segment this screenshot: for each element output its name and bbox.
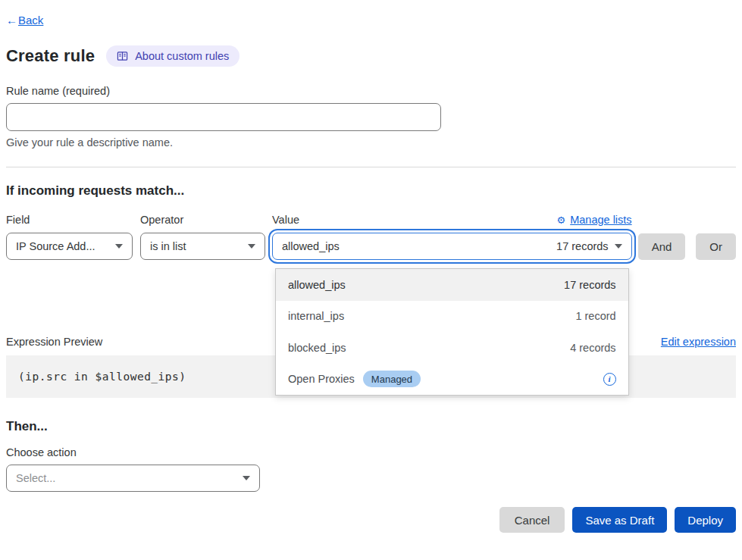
value-column: Value ⚙ Manage lists allowed_ips 17 reco…: [272, 214, 632, 260]
rule-name-helper: Give your rule a descriptive name.: [6, 136, 736, 149]
section-divider: [6, 167, 736, 167]
choose-action-label: Choose action: [6, 446, 736, 458]
and-button[interactable]: And: [638, 233, 686, 260]
back-arrow-icon: ←: [6, 14, 17, 27]
save-as-draft-button[interactable]: Save as Draft: [572, 507, 667, 533]
list-option-meta: 4 records: [570, 342, 615, 354]
list-option-name: internal_ips: [288, 310, 344, 322]
info-icon[interactable]: i: [603, 373, 616, 386]
list-dropdown-menu: allowed_ips 17 records internal_ips 1 re…: [275, 268, 629, 396]
edit-expression-link[interactable]: Edit expression: [661, 336, 736, 348]
list-option-allowed-ips[interactable]: allowed_ips 17 records: [276, 269, 628, 301]
chevron-down-icon: [615, 244, 622, 249]
chevron-down-icon: [115, 244, 123, 249]
field-label: Field: [6, 214, 133, 226]
gear-icon: ⚙: [557, 214, 566, 226]
edit-expression-label: Edit expression: [661, 336, 736, 348]
cancel-button[interactable]: Cancel: [499, 507, 565, 533]
title-row: Create rule About custom rules: [6, 45, 736, 67]
create-rule-page: ←Back Create rule About custom rules Rul…: [0, 0, 742, 533]
value-select-value: allowed_ips: [282, 240, 340, 252]
action-select[interactable]: Select...: [6, 465, 260, 492]
back-row: ←Back: [6, 14, 736, 27]
book-icon: [117, 51, 128, 61]
operator-label: Operator: [140, 214, 265, 226]
operator-column: Operator is in list: [140, 214, 265, 260]
chevron-down-icon: [243, 476, 250, 480]
or-button[interactable]: Or: [696, 233, 736, 260]
about-badge-label: About custom rules: [135, 50, 229, 62]
list-option-internal-ips[interactable]: internal_ips 1 record: [276, 301, 628, 333]
managed-badge: Managed: [363, 371, 421, 387]
field-select-value: IP Source Add...: [16, 240, 95, 252]
rule-name-input[interactable]: [6, 103, 441, 131]
footer-actions: Cancel Save as Draft Deploy: [6, 507, 736, 533]
field-select[interactable]: IP Source Add...: [6, 233, 133, 260]
chevron-down-icon: [248, 244, 255, 249]
list-option-meta: 17 records: [564, 279, 616, 291]
value-select-meta: 17 records: [556, 240, 609, 252]
list-option-meta: 1 record: [575, 310, 615, 322]
match-row: Field IP Source Add... Operator is in li…: [6, 214, 736, 260]
field-column: Field IP Source Add...: [6, 214, 133, 260]
value-label: Value: [272, 214, 299, 226]
list-option-open-proxies[interactable]: Open Proxies Managed i: [276, 364, 628, 396]
operator-select-value: is in list: [150, 240, 186, 252]
value-select[interactable]: allowed_ips 17 records: [272, 233, 632, 260]
match-heading: If incoming requests match...: [6, 183, 736, 199]
operator-select[interactable]: is in list: [140, 233, 265, 260]
expression-preview-label: Expression Preview: [6, 336, 102, 348]
connector-buttons: And Or: [638, 233, 736, 260]
page-title: Create rule: [6, 46, 95, 66]
manage-lists-link[interactable]: ⚙ Manage lists: [557, 214, 632, 226]
back-link[interactable]: ←Back: [6, 14, 43, 27]
list-option-name: Open Proxies: [288, 373, 355, 385]
list-option-blocked-ips[interactable]: blocked_ips 4 records: [276, 332, 628, 364]
list-option-name: blocked_ips: [288, 342, 346, 354]
manage-lists-label: Manage lists: [570, 214, 631, 226]
rule-name-label: Rule name (required): [6, 85, 110, 97]
value-select-wrap: allowed_ips 17 records allowed_ips 17 re…: [272, 233, 632, 260]
value-label-row: Value ⚙ Manage lists: [272, 214, 632, 226]
rule-name-section: Rule name (required) Give your rule a de…: [6, 85, 736, 149]
list-option-name: allowed_ips: [288, 279, 346, 291]
about-custom-rules-link[interactable]: About custom rules: [106, 45, 240, 67]
back-label: Back: [18, 14, 43, 27]
action-select-placeholder: Select...: [16, 472, 55, 484]
then-heading: Then...: [6, 419, 736, 434]
deploy-button[interactable]: Deploy: [675, 507, 736, 533]
